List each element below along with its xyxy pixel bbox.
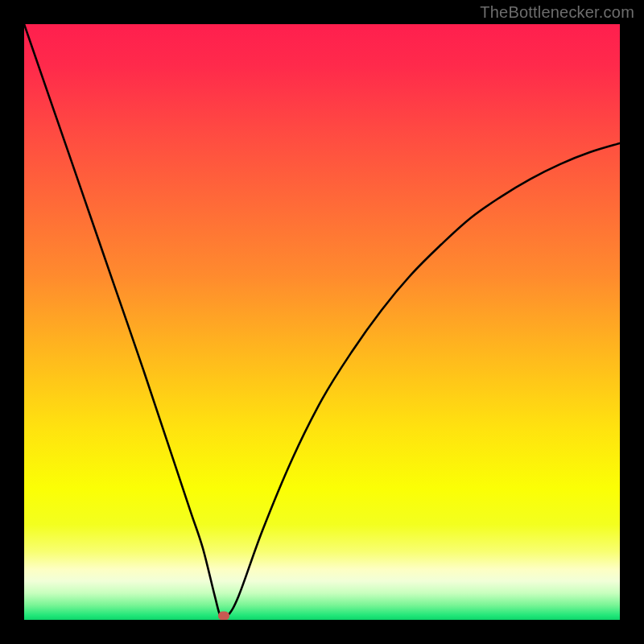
attribution-label: TheBottlenecker.com: [480, 3, 634, 22]
chart-frame: TheBottlenecker.com: [0, 0, 644, 644]
plot-area: [24, 24, 620, 620]
minimum-marker: [218, 611, 229, 620]
bottleneck-curve: [24, 24, 620, 620]
